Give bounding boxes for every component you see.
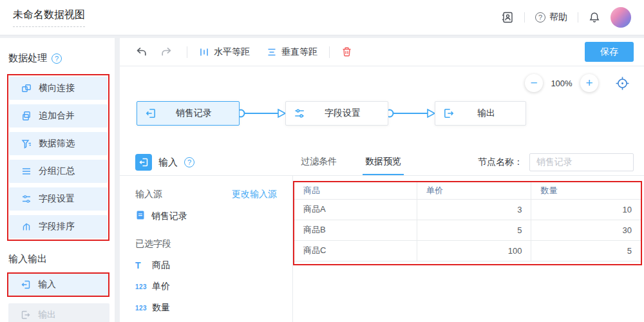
sidebar-item-label: 字段排序	[39, 221, 75, 232]
change-source-link[interactable]: 更改输入源	[232, 189, 277, 200]
vertical-spacing-button[interactable]: 垂直等距	[267, 46, 317, 58]
sidebar-item-filter[interactable]: 数据筛选	[9, 132, 108, 155]
sidebar-item-label: 追加合并	[39, 110, 75, 122]
notification-bell-icon[interactable]	[589, 12, 600, 23]
canvas-toolbar: 水平等距 垂直等距 保存	[120, 38, 644, 66]
table-row: 商品A 3 10	[294, 199, 641, 220]
zoom-controls: − 100% +	[525, 74, 630, 92]
sidebar-item-label: 输出	[38, 309, 56, 321]
vertical-spacing-icon	[267, 47, 277, 57]
contact-book-icon[interactable]	[501, 11, 514, 24]
annotation-box-table: 商品 单价 数量 商品A 3 10	[293, 181, 642, 265]
sidebar-item-output: 输出	[8, 303, 109, 322]
table-header-row: 商品 单价 数量	[294, 182, 641, 199]
cell-product: 商品A	[294, 199, 417, 220]
input-source-panel: 输入源 更改输入源 销售记录 已选字段 T 商品	[120, 176, 293, 322]
sidebar-item-group-summary[interactable]: 分组汇总	[9, 160, 108, 183]
cell-quantity: 30	[531, 220, 641, 240]
flow-node-label: 输出	[455, 108, 518, 119]
avatar[interactable]	[611, 7, 631, 28]
field-item-unit-price[interactable]: 123 单价	[135, 281, 277, 292]
horizontal-spacing-button[interactable]: 水平等距	[199, 46, 250, 58]
sidebar-item-field-sort[interactable]: 字段排序	[9, 215, 108, 238]
sidebar-item-label: 字段设置	[39, 193, 75, 205]
sliders-icon	[294, 108, 305, 119]
flow-node-label: 销售记录	[156, 108, 231, 119]
app-window: 未命名数据视图 ? 帮助	[0, 0, 644, 322]
divider	[329, 46, 330, 58]
main-area: 水平等距 垂直等距 保存	[120, 38, 644, 322]
sidebar-item-join[interactable]: 横向连接	[9, 77, 108, 100]
data-preview-area: 商品 单价 数量 商品A 3 10	[293, 176, 644, 322]
input-node-icon	[135, 154, 152, 171]
flow-node-output[interactable]: 输出	[435, 101, 526, 126]
annotation-box-processing-items: 横向连接 追加合并 数据筛选	[7, 74, 109, 241]
source-item[interactable]: 销售记录	[135, 210, 277, 222]
panel-tabs: 过滤条件 数据预览	[298, 149, 427, 175]
sidebar-item-input[interactable]: 输入	[8, 274, 108, 296]
source-label: 输入源	[135, 189, 162, 200]
redo-icon[interactable]	[160, 46, 173, 58]
panel-title-block: 输入 ?	[120, 154, 293, 171]
number-type-icon: 123	[135, 305, 152, 312]
undo-icon[interactable]	[135, 46, 147, 58]
divider	[524, 12, 525, 23]
tab-filter-conditions[interactable]: 过滤条件	[298, 149, 339, 175]
cell-unit-price: 3	[417, 199, 531, 220]
column-header[interactable]: 数量	[531, 182, 641, 199]
tab-data-preview[interactable]: 数据预览	[363, 149, 404, 175]
column-header[interactable]: 单价	[417, 182, 531, 199]
help-button[interactable]: ? 帮助	[535, 12, 567, 23]
sliders-icon	[21, 194, 32, 204]
flow-node-field-settings[interactable]: 字段设置	[285, 101, 388, 126]
sidebar-item-append[interactable]: 追加合并	[9, 104, 108, 128]
sidebar-item-label: 输入	[38, 279, 56, 290]
node-name-block: 节点名称：	[478, 153, 644, 171]
top-bar: 未命名数据视图 ? 帮助	[0, 0, 644, 35]
number-type-icon: 123	[135, 283, 152, 290]
table-row: 商品C 100 5	[294, 240, 641, 261]
table-row: 商品B 5 30	[294, 220, 641, 240]
vertical-spacing-label: 垂直等距	[281, 46, 317, 58]
panel-title: 输入	[158, 156, 178, 169]
field-name: 数量	[152, 302, 170, 314]
output-icon	[21, 310, 31, 320]
cell-unit-price: 100	[417, 240, 531, 261]
flow-node-sales-records[interactable]: 销售记录	[137, 101, 240, 126]
divider	[187, 46, 187, 58]
horizontal-spacing-label: 水平等距	[214, 46, 250, 58]
flow-canvas[interactable]: 销售记录 字段设置 输出 − 100%	[120, 66, 644, 149]
data-preview-table: 商品 单价 数量 商品A 3 10	[294, 182, 641, 261]
zoom-out-button[interactable]: −	[525, 74, 543, 92]
cell-product: 商品B	[294, 220, 417, 240]
locate-crosshair-icon[interactable]	[615, 76, 630, 91]
sort-icon	[21, 222, 32, 232]
section-title: 数据处理	[8, 52, 47, 64]
sidebar-item-label: 数据筛选	[39, 138, 75, 149]
horizontal-spacing-icon	[199, 47, 209, 57]
sidebar-section-data-processing: 数据处理 ?	[8, 52, 115, 64]
question-circle-icon[interactable]: ?	[52, 53, 62, 64]
field-item-quantity[interactable]: 123 数量	[135, 302, 277, 314]
field-item-product[interactable]: T 商品	[135, 260, 277, 271]
file-icon	[135, 210, 146, 222]
field-name: 单价	[152, 281, 170, 292]
sidebar-item-field-settings[interactable]: 字段设置	[9, 187, 108, 211]
topbar-actions: ? 帮助	[501, 7, 631, 28]
zoom-in-button[interactable]: +	[580, 74, 598, 92]
cell-unit-price: 5	[417, 220, 531, 240]
divider	[578, 12, 578, 23]
node-name-input[interactable]	[529, 153, 634, 171]
delete-trash-icon[interactable]	[341, 46, 352, 57]
join-icon	[21, 83, 32, 93]
text-type-icon: T	[135, 260, 152, 270]
column-header[interactable]: 商品	[294, 182, 417, 199]
flow-node-label: 字段设置	[305, 108, 380, 119]
group-summary-icon	[21, 166, 32, 176]
filter-icon	[21, 138, 32, 149]
cell-quantity: 5	[531, 240, 641, 261]
question-circle-icon[interactable]: ?	[184, 157, 194, 167]
save-button[interactable]: 保存	[585, 42, 634, 62]
page-title[interactable]: 未命名数据视图	[13, 8, 85, 27]
cell-quantity: 10	[531, 199, 641, 220]
